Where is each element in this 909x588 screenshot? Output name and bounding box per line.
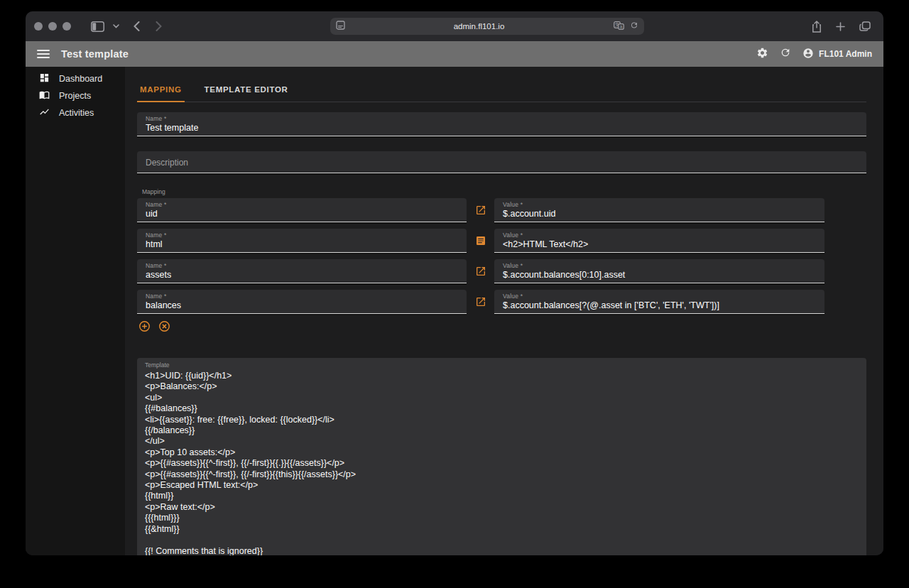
sidebar-item-label: Activities	[59, 108, 94, 118]
settings-gear-icon[interactable]	[756, 47, 768, 62]
mapping-row-actions	[137, 320, 866, 332]
template-field-value: <h1>UID: {{uid}}</h1> <p>Balances:</p> <…	[145, 371, 859, 555]
template-field-label: Template	[145, 361, 859, 369]
mapping-row: Name * balances Value * $.account.balanc…	[137, 290, 866, 314]
reload-icon[interactable]	[630, 20, 638, 33]
document-icon[interactable]	[467, 235, 494, 246]
refresh-icon[interactable]	[780, 47, 791, 61]
field-value: balances	[137, 300, 467, 313]
dashboard-icon	[39, 72, 50, 85]
field-value: <h2>HTML Text</h2>	[494, 239, 824, 252]
user-menu[interactable]: FL101 Admin	[802, 48, 872, 61]
chevron-down-icon[interactable]	[109, 24, 124, 28]
remove-mapping-icon[interactable]	[158, 320, 170, 332]
field-label: Name *	[137, 229, 467, 239]
description-field[interactable]: Description	[137, 151, 866, 173]
template-field[interactable]: Template <h1>UID: {{uid}}</h1> <p>Balanc…	[137, 358, 866, 555]
mapping-row: Name * assets Value * $.account.balances…	[137, 259, 866, 283]
mapping-value-field[interactable]: Value * $.account.balances[0:10].asset	[494, 259, 824, 283]
mapping-name-field[interactable]: Name * uid	[137, 198, 467, 222]
back-icon[interactable]	[129, 21, 144, 31]
sidebar-item-activities[interactable]: Activities	[26, 104, 125, 121]
field-label: Name *	[137, 259, 467, 269]
user-name: FL101 Admin	[819, 49, 872, 59]
minimize-window-button[interactable]	[48, 22, 57, 31]
url-text: admin.fl101.io	[345, 22, 614, 31]
mapping-name-field[interactable]: Name * assets	[137, 259, 467, 283]
activity-chart-icon	[39, 107, 50, 119]
tab-overview-icon[interactable]	[855, 21, 875, 31]
svg-text:a: a	[619, 24, 622, 29]
description-field-label: Description	[137, 151, 866, 174]
open-in-new-icon[interactable]	[467, 205, 494, 216]
sidebar-item-label: Dashboard	[59, 74, 102, 84]
mapping-row: Name * html Value * <h2>HTML Text</h2>	[137, 229, 866, 253]
book-icon	[39, 89, 50, 102]
sidebar-item-dashboard[interactable]: Dashboard	[26, 70, 125, 87]
field-label: Value *	[494, 290, 824, 300]
account-circle-icon	[802, 48, 814, 61]
field-label: Value *	[494, 259, 824, 269]
name-field[interactable]: Name * Test template	[137, 112, 866, 136]
window-controls	[34, 22, 71, 31]
name-field-value: Test template	[137, 122, 866, 136]
open-in-new-icon[interactable]	[467, 296, 494, 307]
sidebar: Dashboard Projects Activities	[26, 67, 125, 555]
mapping-section-label: Mapping	[137, 188, 866, 195]
app-header: Test template FL101 Admin	[26, 41, 883, 67]
field-label: Value *	[494, 198, 824, 208]
share-icon[interactable]	[807, 21, 826, 33]
page-format-icon[interactable]	[336, 20, 345, 33]
browser-toolbar: admin.fl101.io 文a	[26, 11, 883, 41]
menu-icon[interactable]	[37, 48, 50, 60]
field-label: Value *	[494, 229, 824, 239]
browser-window: admin.fl101.io 文a Test templat	[26, 11, 883, 555]
name-field-label: Name *	[137, 112, 866, 122]
open-in-new-icon[interactable]	[467, 266, 494, 277]
sidebar-toggle-icon[interactable]	[87, 21, 109, 32]
page-title: Test template	[61, 48, 129, 60]
field-value: $.account.balances[0:10].asset	[494, 269, 824, 283]
field-value: html	[137, 239, 467, 252]
main-content: MAPPING TEMPLATE EDITOR Name * Test temp…	[125, 67, 883, 555]
address-bar[interactable]: admin.fl101.io 文a	[330, 18, 644, 35]
translate-icon[interactable]: 文a	[614, 20, 624, 33]
mapping-value-field[interactable]: Value * $.account.uid	[494, 198, 824, 222]
zoom-window-button[interactable]	[62, 22, 71, 31]
field-value: uid	[137, 208, 467, 222]
tab-mapping[interactable]: MAPPING	[137, 81, 185, 102]
sidebar-item-projects[interactable]: Projects	[26, 87, 125, 104]
tab-bar: MAPPING TEMPLATE EDITOR	[137, 81, 866, 102]
mapping-row: Name * uid Value * $.account.uid	[137, 198, 866, 222]
tab-template-editor[interactable]: TEMPLATE EDITOR	[202, 81, 291, 102]
add-mapping-icon[interactable]	[138, 320, 151, 332]
forward-icon[interactable]	[151, 21, 166, 31]
close-window-button[interactable]	[34, 22, 43, 31]
mapping-name-field[interactable]: Name * balances	[137, 290, 467, 314]
field-label: Name *	[137, 290, 467, 300]
mapping-value-field[interactable]: Value * $.account.balances[?(@.asset in …	[494, 290, 824, 314]
field-value: $.account.uid	[494, 208, 824, 222]
sidebar-item-label: Projects	[59, 91, 91, 101]
new-tab-icon[interactable]	[832, 22, 849, 31]
mapping-value-field[interactable]: Value * <h2>HTML Text</h2>	[494, 229, 824, 253]
field-value: $.account.balances[?(@.asset in ['BTC', …	[494, 300, 824, 313]
mapping-name-field[interactable]: Name * html	[137, 229, 467, 253]
field-value: assets	[137, 269, 467, 283]
field-label: Name *	[137, 198, 467, 208]
